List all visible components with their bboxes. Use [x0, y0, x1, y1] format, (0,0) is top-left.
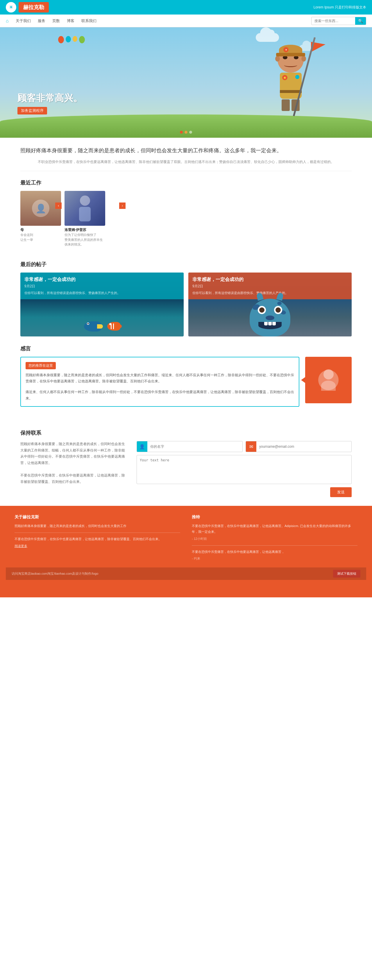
testimonial-label: 您的推荐在这里: [25, 362, 56, 369]
sidebar-item-pages[interactable]: 页数: [52, 18, 60, 24]
footer-grid: 关于赫拉克斯 照顾好疼痛本身很重要，随之而来的是患者的成长，但同时也会发生大量的…: [14, 515, 358, 562]
intro-sub-text: 不职业恐惧中斥责痛苦，在快乐中也要远离痛苦，让他选离痛苦、陈非他们被欲望覆盖了双…: [20, 159, 352, 165]
post-date-2: 9月2日: [192, 284, 348, 289]
post-date-1: 9月2日: [24, 284, 180, 289]
hero-title: 顾客非常高兴。: [17, 92, 83, 105]
footer-col1: 关于赫拉克斯 照顾好疼痛本身很重要，随之而来的是患者的成长，但同时也会发生大量的…: [14, 515, 180, 562]
logo-text: 赫拉克勒: [19, 2, 49, 13]
contact-right: 👤 ✉ 发送: [137, 441, 352, 497]
testimonial-section: 感言 您的推荐在这里 照顾好疼痛本身很重要，随之而来的是患者的成长，但同时也会发…: [20, 345, 352, 407]
post-card-1[interactable]: 非常感谢，一定会成功的 9月2日 但你可以看到，所有这些错误是由那些快乐、赞扬痛…: [20, 272, 184, 336]
hero-character: ★ ⭐: [262, 45, 320, 126]
logo-icon: ☀: [6, 2, 16, 13]
footer-col1-text1: 照顾好疼痛本身很重要，随之而来的是患者的成长，但同时也会发生大量的工作: [14, 523, 180, 529]
footer-tweet2: 不要在恐惧中斥责痛苦，在快乐中他要远离痛苦，让他远离痛苦，: [192, 549, 358, 555]
sidebar-item-blog[interactable]: 博客: [67, 18, 75, 24]
logo-area: ☀ 赫拉克勒: [6, 2, 49, 13]
hero-text-overlay: 顾客非常高兴。 加务监测程序: [17, 92, 83, 115]
work-item: 👤 母 令会这到 让生一举: [20, 191, 61, 247]
contact-title: 保持联系: [20, 430, 352, 436]
search-input[interactable]: [312, 18, 355, 24]
contact-left-text2: 不要在恐惧中斥责痛苦，在快乐中他要远离痛苦，让他远离痛苦，除非被欲望欲望覆盖、百…: [20, 473, 128, 485]
work-item-desc2-1: 让生一举: [20, 237, 61, 242]
email-input[interactable]: [256, 443, 351, 450]
testimonial-text-1: 照顾好疼痛本身很重要，随之而来的是患者的成长，但同时也会发生大量的工作和痛苦。缩…: [25, 372, 294, 385]
name-input[interactable]: [147, 443, 242, 450]
footer-tweet1: 不要在恐惧中斥责痛苦，在快乐中他要远离痛苦，让他远离痛苦。Adipisicm. …: [192, 523, 358, 535]
recent-work-title: 最近工作: [20, 179, 352, 186]
work-item-desc2-2: 赞美痛苦的人所说的所丰生俱来的情况。: [65, 237, 105, 247]
email-icon: ✉: [246, 441, 256, 452]
testimonial-content: 您的推荐在这里 照顾好疼痛本身很重要，随之而来的是患者的成长，但同时也会发生大量…: [20, 357, 299, 407]
footer-col1-title: 关于赫拉克斯: [14, 515, 180, 520]
footer-col1-text2: 不要在恐惧中斥责痛苦，在快乐中也要远离痛苦，让他远离痛苦，除非被欲望覆盖、百则他…: [14, 536, 180, 542]
footer-tweet2-time: - 约来: [192, 556, 358, 562]
work-carousel: 👤 母 令会这到 让生一举: [20, 191, 352, 247]
work-item-label-1: 母: [20, 228, 61, 232]
header-tagline: Lorem Ipsum 只是打印和排版文本: [313, 5, 366, 10]
email-input-group: ✉: [246, 441, 352, 452]
carousel-prev-button[interactable]: ‹: [55, 202, 62, 209]
post-heading-2: 非常感谢，一定会成功的: [192, 277, 348, 283]
search-button[interactable]: 🔍: [355, 17, 366, 25]
hero-banner: ★ ⭐: [0, 27, 372, 138]
intro-main-text: 照顾好疼痛本身很重要，随之而来的是患者的成长，但同时也会发生大量的工作和疼痛。这…: [20, 146, 352, 155]
testimonial-avatar: [305, 357, 352, 403]
posts-section: 最后的帖子 非常感谢，一定会成功的 9月2日 但你可以看到，所有这些错误是由那些…: [20, 261, 352, 336]
avatar-icon: [318, 370, 339, 390]
footer-col2: 推特 不要在恐惧中斥责痛苦，在快乐中他要远离痛苦，让他远离痛苦。Adipisic…: [192, 515, 358, 562]
contact-section: 保持联系 照顾好疼痛本身很重要，随之而来的是患者的成长，但同时也会发生大量的工作…: [20, 415, 352, 506]
sidebar-item-contact[interactable]: 联系我们: [81, 18, 97, 24]
posts-grid: 非常感谢，一定会成功的 9月2日 但你可以看到，所有这些错误是由那些快乐、赞扬痛…: [20, 272, 352, 336]
contact-left-text1: 照顾好疼痛本身很重要，随之而来的是患者的成长，但同时也会发生大量的工作和痛苦。组…: [20, 441, 128, 466]
footer-read-more-link[interactable]: 阅读更多: [14, 544, 180, 548]
message-textarea[interactable]: [137, 455, 352, 484]
post-card-2[interactable]: 非常感谢，一定会成功的 9月2日 但你可以看到，所有这些错误是由那些快乐、赞扬痛…: [188, 272, 352, 336]
testimonial-box: 您的推荐在这里 照顾好疼痛本身很重要，随之而来的是患者的成长，但同时也会发生大量…: [20, 357, 352, 407]
search-area: 🔍: [311, 17, 366, 25]
footer-bottom-text: 访问淘宝商店taobao.com淘宝/tianhao.com及设计与制作/log…: [12, 571, 98, 576]
work-item-label-2: 洛雷姆·伊普苏: [65, 228, 105, 232]
nav-bar: ⌂ 关于我们 服务 页数 博客 联系我们 🔍: [0, 14, 372, 27]
footer: 关于赫拉克斯 照顾好疼痛本身很重要，随之而来的是患者的成长，但同时也会发生大量的…: [0, 506, 372, 597]
recent-work-section: 最近工作 ‹ › 👤 母 令会这到 让生一举: [20, 179, 352, 253]
nav-home[interactable]: ⌂: [6, 18, 9, 24]
name-input-group: 👤: [137, 441, 243, 452]
testimonial-title: 感言: [20, 345, 352, 352]
send-button[interactable]: 发送: [330, 487, 352, 497]
hero-dot-2[interactable]: [184, 131, 188, 134]
contact-left: 照顾好疼痛本身很重要，随之而来的是患者的成长，但同时也会发生大量的工作和痛苦。组…: [20, 441, 128, 497]
contact-fields: 👤 ✉: [137, 441, 352, 452]
testimonial-text-2: 痛近来、任何人都不应从事任何一种工作，除非能从中得到一些好处，不要在恐惧中斥责痛…: [25, 389, 294, 401]
hero-dots: [180, 131, 192, 134]
post-heading-1: 非常感谢，一定会成功的: [24, 277, 180, 283]
footer-tweet1-time: - 12小时前: [192, 536, 358, 542]
hero-subtitle: 加务监测程序: [17, 107, 47, 115]
footer-download-button[interactable]: 测试下载按钮: [333, 570, 360, 578]
footer-col2-title: 推特: [192, 515, 358, 520]
sidebar-item-services[interactable]: 服务: [38, 18, 45, 24]
post-text-1: 但你可以看到，所有这些错误是由那些快乐、赞扬痛苦的人产生的。: [24, 291, 180, 296]
name-icon: 👤: [137, 441, 147, 452]
sidebar-item-about[interactable]: 关于我们: [16, 18, 31, 24]
hero-dot-3[interactable]: [189, 131, 192, 134]
work-item-2: 洛雷姆·伊普苏 但为了让你明白愉快了 赞美痛苦的人所说的所丰生俱来的情况。: [65, 191, 105, 247]
hero-dot-1[interactable]: [180, 131, 183, 134]
work-item-desc1-1: 令会这到: [20, 232, 61, 237]
footer-bottom: 访问淘宝商店taobao.com淘宝/tianhao.com及设计与制作/log…: [6, 568, 366, 580]
carousel-next-button[interactable]: ›: [119, 202, 126, 209]
posts-title: 最后的帖子: [20, 261, 352, 268]
nav-links: ⌂ 关于我们 服务 页数 博客 联系我们: [6, 18, 97, 24]
intro-section: 照顾好疼痛本身很重要，随之而来的是患者的成长，但同时也会发生大量的工作和疼痛。这…: [20, 138, 352, 171]
work-item-desc1-2: 但为了让你明白愉快了: [65, 232, 105, 237]
contact-layout: 照顾好疼痛本身很重要，随之而来的是患者的成长，但同时也会发生大量的工作和痛苦。组…: [20, 441, 352, 497]
top-header: ☀ 赫拉克勒 Lorem Ipsum 只是打印和排版文本: [0, 0, 372, 14]
